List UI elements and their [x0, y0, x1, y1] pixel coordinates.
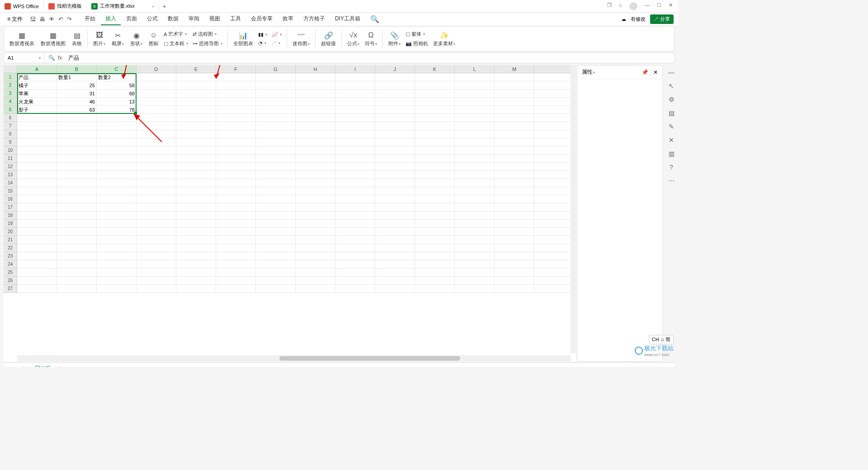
cell[interactable]: [415, 73, 455, 81]
vertical-scrollbar[interactable]: [571, 65, 576, 353]
menu-tab-9[interactable]: 效率: [278, 13, 298, 25]
pie-chart-button[interactable]: ◔▾: [257, 40, 269, 47]
cell[interactable]: [335, 195, 375, 203]
cell[interactable]: [176, 252, 216, 260]
cell[interactable]: 78: [97, 106, 137, 114]
row-header[interactable]: 9: [4, 138, 17, 146]
cell[interactable]: [216, 73, 256, 81]
cell[interactable]: [137, 122, 176, 130]
cell[interactable]: [176, 130, 216, 138]
layers-tool-icon[interactable]: ▤: [669, 109, 675, 117]
cell[interactable]: [375, 89, 415, 98]
cell[interactable]: [455, 277, 495, 285]
cell[interactable]: [375, 203, 415, 212]
minimize-icon[interactable]: —: [645, 2, 650, 10]
shapes-button[interactable]: ◉形状▾: [128, 31, 144, 47]
column-header[interactable]: I: [335, 65, 375, 73]
cell[interactable]: [176, 195, 216, 203]
cell[interactable]: [534, 244, 574, 252]
cell[interactable]: [216, 244, 256, 252]
cell[interactable]: [137, 114, 176, 122]
cell[interactable]: [17, 155, 57, 163]
close-pane-icon[interactable]: ✕: [653, 69, 658, 75]
cell[interactable]: [216, 81, 256, 89]
row-header[interactable]: 11: [4, 155, 17, 163]
cell[interactable]: [97, 146, 137, 155]
cell[interactable]: [97, 114, 137, 122]
column-header[interactable]: A: [17, 65, 57, 73]
cell[interactable]: [176, 73, 216, 81]
cell[interactable]: [137, 89, 176, 98]
cell[interactable]: [17, 171, 57, 179]
cell[interactable]: [17, 212, 57, 220]
cell[interactable]: [216, 138, 256, 146]
cell[interactable]: [97, 122, 137, 130]
cell[interactable]: [176, 203, 216, 212]
ime-indicator[interactable]: CH ♫ 简: [649, 335, 674, 344]
cell[interactable]: [256, 138, 296, 146]
cell[interactable]: 数量2: [97, 73, 137, 81]
cell[interactable]: [17, 179, 57, 187]
cell[interactable]: 产品: [17, 73, 57, 81]
cell[interactable]: [296, 146, 335, 155]
form-button[interactable]: ▢窗体▾: [404, 30, 429, 38]
cell[interactable]: [495, 146, 534, 155]
cell[interactable]: [495, 98, 534, 106]
row-header[interactable]: 25: [4, 268, 17, 277]
share-button[interactable]: ↗ 分享: [650, 14, 674, 24]
cell[interactable]: [335, 203, 375, 212]
cell[interactable]: [57, 228, 97, 236]
cell[interactable]: 梨子: [17, 106, 57, 114]
cell[interactable]: [375, 212, 415, 220]
undo-icon[interactable]: ↶: [58, 16, 63, 23]
cell[interactable]: [216, 203, 256, 212]
cell[interactable]: [375, 285, 415, 293]
select-tool-icon[interactable]: ↖: [669, 82, 674, 89]
cell[interactable]: [335, 179, 375, 187]
cell[interactable]: [534, 187, 574, 195]
cell[interactable]: [495, 130, 534, 138]
cell[interactable]: [97, 252, 137, 260]
row-header[interactable]: 19: [4, 220, 17, 228]
cell[interactable]: [216, 236, 256, 244]
close-icon[interactable]: ✕: [669, 2, 673, 10]
cell[interactable]: 数量1: [57, 73, 97, 81]
cell[interactable]: [256, 171, 296, 179]
formula-input[interactable]: 产品: [66, 54, 674, 62]
cell[interactable]: [415, 81, 455, 89]
cell[interactable]: [17, 163, 57, 171]
cell[interactable]: [137, 268, 176, 277]
menu-tab-4[interactable]: 数据: [163, 13, 183, 25]
row-header[interactable]: 2: [4, 81, 17, 89]
help-icon[interactable]: ?: [670, 164, 673, 171]
cell[interactable]: [335, 277, 375, 285]
cell[interactable]: [415, 89, 455, 98]
cell[interactable]: [296, 220, 335, 228]
cell[interactable]: [256, 220, 296, 228]
row-header[interactable]: 18: [4, 212, 17, 220]
cell[interactable]: [256, 236, 296, 244]
cell[interactable]: [455, 89, 495, 98]
cell[interactable]: [17, 146, 57, 155]
cell[interactable]: [495, 268, 534, 277]
cell[interactable]: [97, 260, 137, 268]
cell[interactable]: [57, 163, 97, 171]
cell[interactable]: [335, 146, 375, 155]
cell[interactable]: [375, 277, 415, 285]
cell[interactable]: [415, 228, 455, 236]
menu-tab-3[interactable]: 公式: [142, 13, 162, 25]
cell[interactable]: [176, 155, 216, 163]
cell[interactable]: [455, 236, 495, 244]
cell[interactable]: [375, 244, 415, 252]
cell[interactable]: [97, 171, 137, 179]
cell[interactable]: [335, 236, 375, 244]
cell[interactable]: [296, 244, 335, 252]
file-menu[interactable]: ≡ 文件: [5, 15, 25, 23]
cell[interactable]: [216, 179, 256, 187]
column-header[interactable]: H: [296, 65, 335, 73]
cell[interactable]: [296, 277, 335, 285]
row-header[interactable]: 16: [4, 195, 17, 203]
last-sheet-icon[interactable]: ⏭: [23, 365, 28, 367]
cell[interactable]: [534, 212, 574, 220]
cell[interactable]: [415, 212, 455, 220]
